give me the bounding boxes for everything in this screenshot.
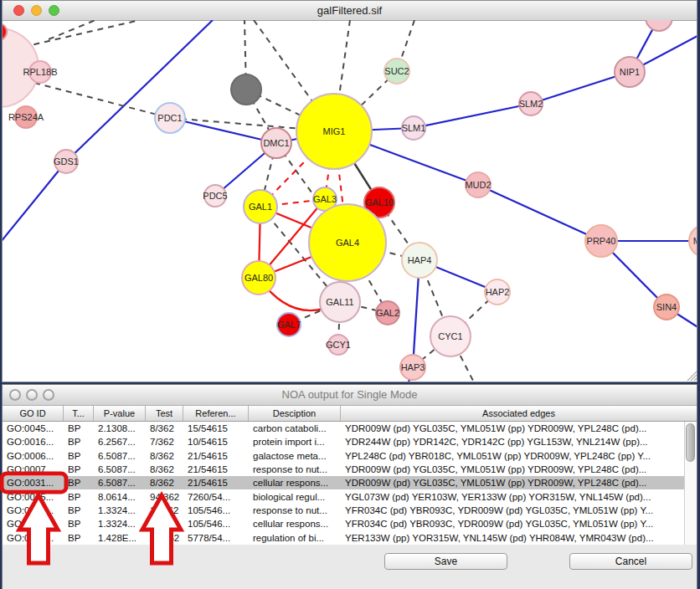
- table-cell: GO:0007...: [3, 464, 64, 474]
- edge-dash[interactable]: [34, 83, 170, 118]
- table-cell: 80/362: [146, 533, 183, 543]
- noa-traffic-lights: [9, 389, 54, 401]
- node-label-PRP40: PRP40: [587, 236, 616, 246]
- table-row-8[interactable]: GO:0050...BP1.428E...80/3625778/54...reg…: [3, 530, 697, 544]
- edge-blue[interactable]: [3, 161, 66, 242]
- table-cell: 2.1308...: [94, 423, 146, 433]
- table-cell: 1.428E...: [94, 533, 146, 543]
- node-label-SLM2: SLM2: [519, 99, 543, 109]
- column-header-referen-[interactable]: Referen...: [183, 406, 249, 421]
- graph-window-title: galFiltered.sif: [317, 4, 382, 17]
- table-cell: YDR009W (pd) YGL035C, YML051W (pp) YDR00…: [341, 478, 697, 488]
- table-cell: YPL248C (pd) YBR018C, YML051W (pp) YDR00…: [341, 451, 697, 461]
- table-cell: 10/54615: [183, 437, 249, 447]
- table-cell: 5778/54...: [183, 533, 249, 543]
- table-cell: 105/546...: [183, 505, 249, 515]
- node-label-SUC2: SUC2: [384, 66, 409, 76]
- table-cell: galactose meta...: [249, 451, 341, 461]
- table-cell: 8/362: [146, 478, 183, 488]
- close-button-icon[interactable]: [9, 389, 21, 401]
- table-row-1[interactable]: GO:0016...BP6.2567...7/36210/54615protei…: [3, 435, 697, 448]
- scrollbar-thumb[interactable]: [686, 423, 695, 462]
- node-label-MUD2: MUD2: [465, 180, 491, 190]
- table-body: GO:0045...BP2.1308...8/36215/54615carbon…: [3, 422, 697, 545]
- node-pink-topright[interactable]: [646, 20, 672, 31]
- edge-blue[interactable]: [414, 104, 531, 128]
- column-header-t-[interactable]: T...: [64, 406, 94, 421]
- noa-window: NOA output for Single Mode GO IDT...P-va…: [2, 384, 697, 589]
- table-cell: BP: [64, 464, 94, 474]
- table-row-7[interactable]: GO:0031...BP1.3324...11/362105/546...cel…: [3, 517, 697, 530]
- table-scrollbar[interactable]: [684, 422, 697, 545]
- edge-blue[interactable]: [478, 185, 601, 241]
- table-cell: 11/362: [146, 505, 183, 515]
- network-canvas[interactable]: RPL18BRPS24AGDS1PDC1DMC1MIG1PDC5GAL1GAL3…: [3, 20, 697, 382]
- table-cell: 7260/54...: [183, 492, 249, 502]
- node-label-RPS24A: RPS24A: [8, 112, 44, 122]
- edge-blue[interactable]: [66, 20, 213, 161]
- table-cell: 21/54615: [183, 464, 249, 474]
- table-cell: 11/362: [146, 519, 183, 529]
- save-button[interactable]: Save: [384, 553, 507, 570]
- column-header-associated-edges[interactable]: Associated edges: [341, 406, 697, 421]
- table-cell: 6.5087...: [94, 464, 146, 474]
- node-gray-node[interactable]: [231, 74, 261, 105]
- table-row-0[interactable]: GO:0045...BP2.1308...8/36215/54615carbon…: [3, 422, 697, 435]
- minimize-button-icon[interactable]: [31, 5, 42, 16]
- table-cell: GO:0045...: [3, 423, 64, 433]
- column-header-p-value[interactable]: P-value: [94, 406, 146, 421]
- cancel-button[interactable]: Cancel: [569, 553, 692, 570]
- table-cell: cellular respons...: [249, 519, 341, 529]
- edge-dash[interactable]: [49, 20, 95, 39]
- table-cell: 1.3324...: [94, 519, 146, 529]
- node-label-GAL1: GAL1: [249, 202, 272, 212]
- table-cell: carbon cataboli...: [249, 423, 341, 433]
- node-label-CYC1: CYC1: [438, 331, 462, 341]
- table-cell: GO:0031...: [3, 519, 64, 529]
- table-cell: 8/362: [146, 451, 183, 461]
- traffic-lights: [13, 5, 59, 16]
- table-cell: 6.5087...: [94, 451, 146, 461]
- node-label-GAL10: GAL10: [365, 197, 394, 207]
- table-cell: GO:0050...: [3, 533, 64, 543]
- table-cell: BP: [64, 423, 94, 433]
- node-label-GAL2: GAL2: [376, 308, 399, 318]
- table-cell: BP: [64, 478, 94, 488]
- zoom-button-icon[interactable]: [43, 389, 54, 401]
- zoom-button-icon[interactable]: [49, 5, 59, 16]
- column-header-test[interactable]: Test: [146, 406, 183, 421]
- table-cell: regulation of bi...: [249, 533, 341, 543]
- table-cell: GO:0031...: [3, 505, 64, 515]
- table-cell: biological regul...: [249, 492, 341, 502]
- table-row-5[interactable]: GO:0065...BP8.0614...94/3627260/54...bio…: [3, 489, 697, 503]
- table-row-6[interactable]: GO:0031...BP1.3324...11/362105/546...res…: [3, 504, 697, 517]
- table-cell: YDR244W (pp) YDR142C, YDR142C (pp) YGL15…: [341, 437, 697, 447]
- table-cell: cellular respons...: [249, 478, 341, 488]
- noa-window-title: NOA output for Single Mode: [282, 388, 418, 401]
- node-label-MSL1: MSL1: [693, 236, 697, 246]
- table-cell: 8/362: [146, 423, 183, 433]
- node-label-MIG1: MIG1: [323, 126, 346, 136]
- desktop: { "colors": { "desktop": "#24335a", "ann…: [0, 0, 700, 589]
- column-header-desciption[interactable]: Desciption: [249, 406, 341, 421]
- table-cell: 94/362: [146, 492, 183, 502]
- table-cell: GO:0031...: [3, 478, 64, 488]
- table-cell: BP: [64, 505, 94, 515]
- table-row-3[interactable]: GO:0007...BP6.5087...8/36221/54615respon…: [3, 463, 697, 476]
- minimize-button-icon[interactable]: [26, 389, 38, 401]
- node-label-GAL7: GAL7: [277, 320, 301, 330]
- edge-blue[interactable]: [170, 118, 276, 143]
- table-cell: response to nut...: [249, 505, 341, 515]
- table-cell: GO:0006...: [3, 451, 64, 461]
- close-button-icon[interactable]: [13, 5, 24, 16]
- graph-titlebar[interactable]: galFiltered.sif: [3, 1, 697, 21]
- node-label-SIN4: SIN4: [656, 302, 677, 312]
- network-graph: RPL18BRPS24AGDS1PDC1DMC1MIG1PDC5GAL1GAL3…: [3, 20, 697, 382]
- resize-grip-icon[interactable]: [694, 378, 697, 381]
- table-cell: 8.0614...: [94, 492, 146, 502]
- table-row-4[interactable]: GO:0031...BP6.5087...8/36221/54615cellul…: [3, 476, 697, 489]
- table-cell: 7/362: [146, 437, 183, 447]
- noa-titlebar[interactable]: NOA output for Single Mode: [3, 385, 697, 406]
- column-header-go-id[interactable]: GO ID: [3, 406, 64, 421]
- table-row-2[interactable]: GO:0006...BP6.5087...8/36221/54615galact…: [3, 449, 697, 463]
